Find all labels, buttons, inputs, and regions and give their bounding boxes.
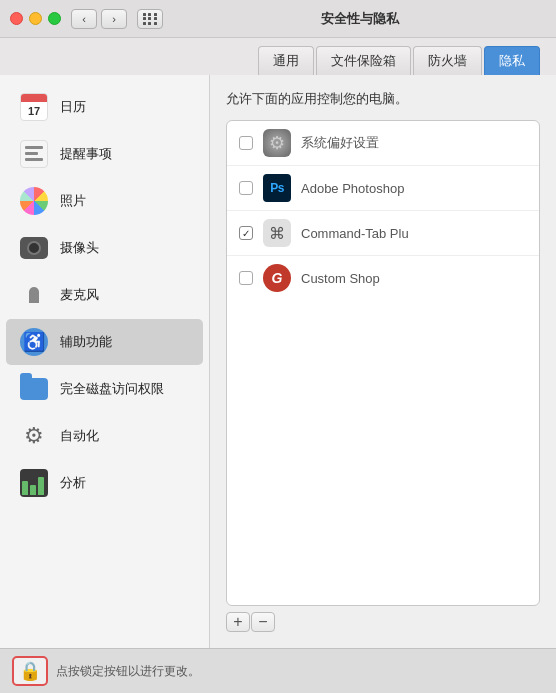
sidebar-label-accessibility: 辅助功能	[60, 333, 112, 351]
nav-buttons: ‹ ›	[71, 9, 127, 29]
sidebar-label-calendar: 日历	[60, 98, 86, 116]
calendar-icon: 17	[18, 91, 50, 123]
app-list: ⚙ 系统偏好设置 Ps Adobe Photoshop ⌘ Command-Ta…	[226, 120, 540, 606]
bottom-bar: 🔒 点按锁定按钮以进行更改。	[0, 648, 556, 693]
cmd-icon: ⌘	[263, 219, 291, 247]
titlebar: ‹ › 安全性与隐私	[0, 0, 556, 38]
list-controls: + −	[226, 612, 540, 632]
tab-firewall[interactable]: 防火墙	[413, 46, 482, 75]
grid-view-button[interactable]	[137, 9, 163, 29]
app-row-syspref[interactable]: ⚙ 系统偏好设置	[227, 121, 539, 166]
app-checkbox-customshop[interactable]	[239, 271, 253, 285]
main-content: 17 日历 提醒事项 照片 摄像	[0, 75, 556, 648]
grid-icon	[143, 13, 158, 25]
cs-icon: G	[263, 264, 291, 292]
app-name-customshop: Custom Shop	[301, 271, 527, 286]
photos-icon	[18, 185, 50, 217]
microphone-icon	[18, 279, 50, 311]
sidebar-item-analytics[interactable]: 分析	[6, 460, 203, 506]
sidebar-label-microphone: 麦克风	[60, 286, 99, 304]
forward-button[interactable]: ›	[101, 9, 127, 29]
sidebar-label-analytics: 分析	[60, 474, 86, 492]
tab-filevault[interactable]: 文件保险箱	[316, 46, 411, 75]
accessibility-icon: ♿	[18, 326, 50, 358]
window-title: 安全性与隐私	[173, 10, 546, 28]
sidebar-item-calendar[interactable]: 17 日历	[6, 84, 203, 130]
remove-app-button[interactable]: −	[251, 612, 275, 632]
minimize-button[interactable]	[29, 12, 42, 25]
app-row-cmdtab[interactable]: ⌘ Command-Tab Plu	[227, 211, 539, 256]
app-checkbox-photoshop[interactable]	[239, 181, 253, 195]
back-button[interactable]: ‹	[71, 9, 97, 29]
tab-general[interactable]: 通用	[258, 46, 314, 75]
app-name-syspref: 系统偏好设置	[301, 134, 527, 152]
sidebar-item-camera[interactable]: 摄像头	[6, 225, 203, 271]
reminders-icon	[18, 138, 50, 170]
ps-icon: Ps	[263, 174, 291, 202]
app-name-photoshop: Adobe Photoshop	[301, 181, 527, 196]
sidebar-label-camera: 摄像头	[60, 239, 99, 257]
sidebar-item-accessibility[interactable]: ♿ 辅助功能	[6, 319, 203, 365]
sidebar-label-full-disk: 完全磁盘访问权限	[60, 380, 164, 398]
app-checkbox-syspref[interactable]	[239, 136, 253, 150]
sidebar-item-full-disk[interactable]: 完全磁盘访问权限	[6, 366, 203, 412]
traffic-lights	[10, 12, 61, 25]
sidebar-label-automation: 自动化	[60, 427, 99, 445]
sidebar-item-microphone[interactable]: 麦克风	[6, 272, 203, 318]
chart-icon	[18, 467, 50, 499]
panel-description: 允许下面的应用控制您的电脑。	[226, 91, 540, 108]
right-panel: 允许下面的应用控制您的电脑。 ⚙ 系统偏好设置 Ps Adobe Photosh…	[210, 75, 556, 648]
bottom-text: 点按锁定按钮以进行更改。	[56, 663, 200, 680]
app-name-cmdtab: Command-Tab Plu	[301, 226, 527, 241]
sidebar-item-automation[interactable]: ⚙ 自动化	[6, 413, 203, 459]
lock-icon: 🔒	[19, 660, 41, 682]
sidebar-item-reminders[interactable]: 提醒事项	[6, 131, 203, 177]
app-row-photoshop[interactable]: Ps Adobe Photoshop	[227, 166, 539, 211]
sidebar-item-photos[interactable]: 照片	[6, 178, 203, 224]
app-checkbox-cmdtab[interactable]	[239, 226, 253, 240]
folder-icon	[18, 373, 50, 405]
add-app-button[interactable]: +	[226, 612, 250, 632]
app-row-customshop[interactable]: G Custom Shop	[227, 256, 539, 300]
tab-privacy[interactable]: 隐私	[484, 46, 540, 75]
sidebar-label-photos: 照片	[60, 192, 86, 210]
sidebar-label-reminders: 提醒事项	[60, 145, 112, 163]
close-button[interactable]	[10, 12, 23, 25]
syspref-icon: ⚙	[263, 129, 291, 157]
lock-button[interactable]: 🔒	[12, 656, 48, 686]
sidebar: 17 日历 提醒事项 照片 摄像	[0, 75, 210, 648]
camera-icon	[18, 232, 50, 264]
tabbar: 通用 文件保险箱 防火墙 隐私	[0, 38, 556, 75]
maximize-button[interactable]	[48, 12, 61, 25]
gear-icon: ⚙	[18, 420, 50, 452]
